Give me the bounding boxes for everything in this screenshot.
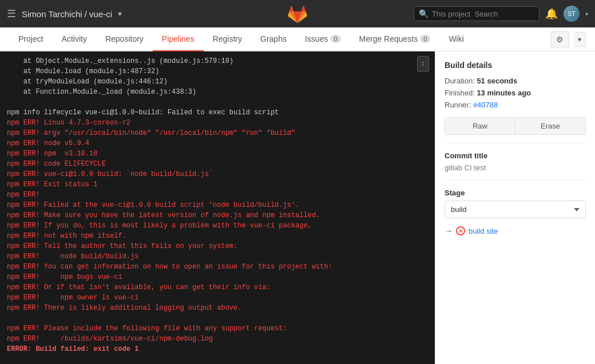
- top-navbar: ☰ Simon Tarchichi / vue-ci ▾ 🔍 🔔 ST ▾: [0, 0, 595, 27]
- terminal-line-11: npm ERR! code ELIFECYCLE: [7, 159, 428, 169]
- hamburger-icon[interactable]: ☰: [7, 7, 16, 20]
- build-link-row: → ✕ build site: [445, 226, 586, 235]
- terminal-line-24: npm ERR! npm owner ls vue-ci: [7, 293, 428, 303]
- terminal-line-6: npm info lifecycle vue-ci@1.0.0~build: F…: [7, 107, 428, 118]
- nav-wiki[interactable]: Wiki: [439, 27, 473, 51]
- terminal-line-17: npm ERR! If you do, this is most likely …: [7, 221, 428, 231]
- nav-project[interactable]: Project: [9, 27, 53, 51]
- merge-requests-badge: 0: [420, 35, 430, 43]
- arrow-icon: →: [445, 226, 453, 235]
- terminal-line-18: npm ERR! not with npm itself.: [7, 231, 428, 241]
- finished-row: Finished: 13 minutes ago: [445, 89, 586, 97]
- terminal-line-13: npm ERR! Exit status 1: [7, 179, 428, 190]
- finished-value: 13 minutes ago: [477, 89, 531, 97]
- terminal-line-14: npm ERR!: [7, 190, 428, 200]
- terminal-line-16: npm ERR! Make sure you have the latest v…: [7, 210, 428, 221]
- divider-1: [445, 143, 586, 143]
- terminal-line-5: [7, 97, 428, 107]
- terminal-line-27: npm ERR! Please include the following fi…: [7, 323, 428, 334]
- commit-title-label: Commit title: [445, 151, 586, 160]
- terminal-line-2: at Module.load (module.js:487:32): [7, 66, 428, 77]
- breadcrumb: Simon Tarchichi / vue-ci: [22, 9, 112, 19]
- nav-merge-requests[interactable]: Merge Requests 0: [350, 27, 440, 51]
- build-sidebar: Build details Duration: 51 seconds Finis…: [435, 51, 595, 364]
- build-details-title: Build details: [445, 61, 586, 70]
- duration-row: Duration: 51 seconds: [445, 77, 586, 85]
- terminal-line-22: npm ERR! npm bugs vue-ci: [7, 272, 428, 282]
- nav-pipelines[interactable]: Pipelines: [153, 27, 204, 51]
- nav-graphs[interactable]: Graphs: [251, 27, 296, 51]
- terminal-error-line: ERROR: Build failed: exit code 1: [7, 344, 428, 354]
- erase-button[interactable]: Erase: [515, 118, 585, 134]
- scroll-indicator[interactable]: ↕: [417, 56, 429, 72]
- runner-link[interactable]: #40788: [473, 101, 498, 109]
- commit-value: gitlab CI test: [445, 163, 586, 172]
- runner-row: Runner: #40788: [445, 101, 586, 109]
- terminal-line-3: at tryModuleLoad (module.js:446:12): [7, 77, 428, 87]
- settings-gear-button[interactable]: ⚙: [550, 31, 569, 47]
- terminal-line-19: npm ERR! Tell the author that this fails…: [7, 241, 428, 251]
- terminal-line-9: npm ERR! node v6.9.4: [7, 138, 428, 149]
- divider-2: [445, 180, 586, 181]
- raw-button[interactable]: Raw: [445, 118, 515, 134]
- terminal-line-26: [7, 313, 428, 323]
- raw-erase-buttons: Raw Erase: [445, 117, 586, 135]
- secondary-nav: Project Activity Repository Pipelines Re…: [0, 27, 595, 51]
- terminal-line-21: npm ERR! You can get information on how …: [7, 262, 428, 272]
- terminal-line-20: npm ERR! node build/build.js: [7, 251, 428, 262]
- terminal-line-10: npm ERR! npm v3.10.10: [7, 149, 428, 159]
- search-box[interactable]: 🔍: [414, 6, 540, 21]
- search-input[interactable]: [432, 10, 512, 18]
- build-site-link[interactable]: build site: [469, 227, 498, 235]
- terminal-line-7: npm ERR! Linux 4.7.3-coreos-r2: [7, 118, 428, 128]
- terminal-line-12: npm ERR! vue-ci@1.0.0 build: `node build…: [7, 169, 428, 179]
- failed-status-icon: ✕: [456, 226, 465, 235]
- gitlab-logo: [287, 3, 308, 24]
- notification-bell-icon[interactable]: 🔔: [545, 7, 558, 20]
- settings-caret-button[interactable]: ▾: [574, 32, 586, 47]
- nav-registry[interactable]: Registry: [204, 27, 251, 51]
- stage-select[interactable]: build: [445, 201, 586, 218]
- nav-issues[interactable]: Issues 0: [296, 27, 350, 51]
- terminal-line-15: npm ERR! Failed at the vue-ci@1.0.0 buil…: [7, 200, 428, 210]
- nav-activity[interactable]: Activity: [53, 27, 96, 51]
- terminal-line-28: npm ERR! /builds/kartsims/vue-ci/npm-deb…: [7, 334, 428, 344]
- terminal-line-4: at Function.Module._load (module.js:438:…: [7, 87, 428, 97]
- search-icon: 🔍: [419, 9, 429, 18]
- stage-title-label: Stage: [445, 189, 586, 197]
- terminal-output: ↕ at Object.Module._extensions..js (modu…: [0, 51, 435, 364]
- main-layout: ↕ at Object.Module._extensions..js (modu…: [0, 51, 595, 364]
- avatar-caret-icon[interactable]: ▾: [585, 11, 588, 17]
- duration-value: 51 seconds: [477, 77, 517, 85]
- terminal-line-1: at Object.Module._extensions..js (module…: [7, 56, 428, 66]
- terminal-line-23: npm ERR! Or if that isn't available, you…: [7, 282, 428, 293]
- terminal-line-8: npm ERR! argv "/usr/local/bin/node" "/us…: [7, 128, 428, 138]
- issues-badge: 0: [330, 35, 340, 43]
- terminal-line-25: npm ERR! There is likely additional logg…: [7, 303, 428, 313]
- breadcrumb-caret: ▾: [118, 9, 122, 18]
- avatar[interactable]: ST: [564, 6, 580, 22]
- nav-repository[interactable]: Repository: [96, 27, 153, 51]
